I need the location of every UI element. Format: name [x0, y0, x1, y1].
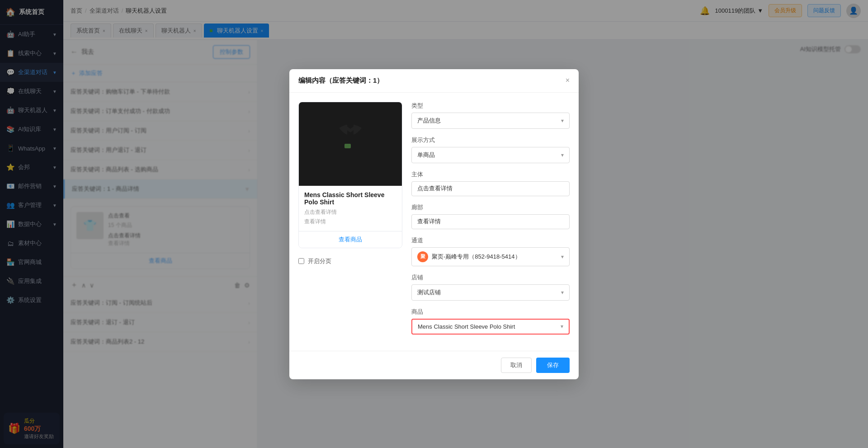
type-select[interactable]: 产品信息 ▾	[411, 113, 570, 129]
channel-arrow-icon: ▾	[561, 254, 564, 260]
type-value: 产品信息	[417, 117, 441, 125]
modal-content: Mens Classic Short Sleeve Polo Shirt 点击查…	[298, 102, 570, 342]
modal-close-button[interactable]: ×	[566, 76, 570, 85]
channel-logo: 聚	[417, 251, 428, 262]
edit-modal: 编辑内容（应答关键词：1） ×	[289, 69, 579, 379]
display-field: 展示方式 单商品 ▾	[411, 136, 570, 163]
channel-value: 聚页-巅峰专用（852-9418-5414）	[432, 253, 521, 261]
type-field: 类型 产品信息 ▾	[411, 102, 570, 129]
form-area: 类型 产品信息 ▾ 展示方式 单商品	[411, 102, 570, 342]
store-label: 店铺	[411, 274, 570, 282]
select-arrow-icon: ▾	[561, 118, 564, 124]
store-value: 测试店铺	[417, 288, 441, 297]
product-preview-info: Mens Classic Short Sleeve Polo Shirt 点击查…	[299, 186, 402, 231]
product-preview-card: Mens Classic Short Sleeve Polo Shirt 点击查…	[298, 102, 402, 248]
display-select[interactable]: 单商品 ▾	[411, 147, 570, 163]
type-label: 类型	[411, 102, 570, 110]
body-input[interactable]	[411, 181, 570, 196]
store-field: 店铺 测试店铺 ▾	[411, 274, 570, 301]
channel-select[interactable]: 聚 聚页-巅峰专用（852-9418-5414） ▾	[411, 247, 570, 266]
footer-input[interactable]	[411, 214, 570, 229]
footer-label: 廊部	[411, 203, 570, 212]
select-arrow-icon: ▾	[561, 152, 564, 158]
product-preview-link: 查看详情	[304, 218, 396, 226]
content-area: ← 我去 控制参数 ＋ 添加应答 应答关键词：购物车订单 - 下单待付款 › 应…	[63, 40, 868, 448]
channel-field: 通道 聚 聚页-巅峰专用（852-9418-5414） ▾	[411, 236, 570, 266]
product-preview-name: Mens Classic Short Sleeve Polo Shirt	[304, 191, 396, 206]
select-arrow-icon: ▾	[561, 289, 564, 296]
paging-label: 开启分页	[308, 257, 331, 265]
polo-shirt-svg	[321, 108, 380, 180]
footer-field: 廊部	[411, 203, 570, 229]
save-button[interactable]: 保存	[536, 358, 570, 373]
modal-title: 编辑内容（应答关键词：1）	[298, 76, 383, 85]
svg-rect-0	[344, 144, 351, 148]
product-preview-area: Mens Classic Short Sleeve Polo Shirt 点击查…	[298, 102, 402, 342]
body-label: 主体	[411, 170, 570, 179]
display-label: 展示方式	[411, 136, 570, 144]
cancel-button[interactable]: 取消	[501, 358, 532, 373]
product-preview-sub: 点击查看详情	[304, 208, 396, 216]
product-preview-btn[interactable]: 查看商品	[299, 231, 402, 248]
main-area: 首页 / 全渠道对话 / 聊天机器人设置 🔔 1000119的团队 ▼ 会员升级…	[63, 0, 868, 448]
channel-label: 通道	[411, 236, 570, 245]
modal-overlay[interactable]: 编辑内容（应答关键词：1） ×	[63, 40, 868, 448]
modal-footer: 取消 保存	[289, 351, 579, 379]
product-field: 商品 Mens Classic Short Sleeve Polo Shirt …	[411, 308, 570, 335]
paging-checkbox[interactable]	[298, 258, 304, 264]
modal-header: 编辑内容（应答关键词：1） ×	[289, 69, 579, 93]
product-select[interactable]: Mens Classic Short Sleeve Polo Shirt ▾	[411, 319, 570, 335]
store-select[interactable]: 测试店铺 ▾	[411, 284, 570, 301]
display-value: 单商品	[417, 151, 435, 159]
modal-body: Mens Classic Short Sleeve Polo Shirt 点击查…	[289, 93, 579, 351]
body-field: 主体	[411, 170, 570, 196]
modal-action-buttons: 取消 保存	[501, 358, 570, 373]
product-image-area	[299, 102, 402, 186]
paging-row: 开启分页	[298, 257, 402, 265]
select-arrow-icon: ▾	[561, 323, 563, 330]
product-label: 商品	[411, 308, 570, 316]
product-value: Mens Classic Short Sleeve Polo Shirt	[418, 323, 515, 330]
